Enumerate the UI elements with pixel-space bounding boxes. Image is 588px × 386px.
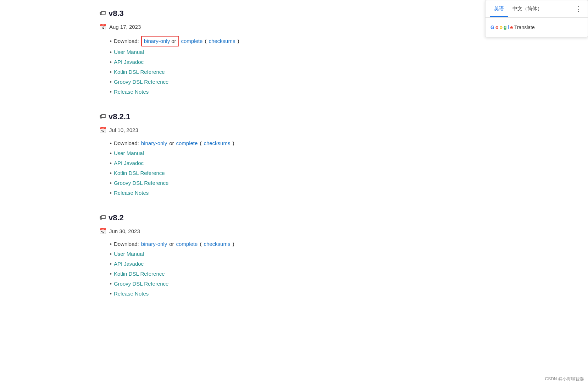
version-heading-v8-2-1: 🏷 v8.2.1 [99,110,351,123]
binary-only-link-v8-2[interactable]: binary-only [141,240,167,248]
groovy-dsl-link-v8-3[interactable]: Groovy DSL Reference [114,78,169,86]
date-row-v8-2-1: 📅 Jul 10, 2023 [99,126,351,135]
groovy-dsl-item-v8-2: • Groovy DSL Reference [110,280,351,288]
translate-tabs: 英语 中文（简体） ⋮ [486,0,588,18]
date-row-v8-2: 📅 Jun 30, 2023 [99,227,351,236]
complete-link-v8-2[interactable]: complete [176,240,198,248]
download-label-v8-2: Download: [114,240,139,248]
bullet: • [110,280,112,288]
calendar-icon-v8-2: 📅 [99,227,106,236]
complete-link-v8-2-1[interactable]: complete [176,139,198,148]
tab-english[interactable]: 英语 [490,1,508,17]
translate-label: Translate [514,24,535,30]
user-manual-item-v8-2: • User Manual [110,250,351,258]
version-section-v8-2-1: 🏷 v8.2.1 📅 Jul 10, 2023 • Download: bina… [99,110,351,197]
paren-open-v8-2-1: ( [200,139,201,148]
download-item-v8-2: • Download: binary-only or complete (che… [110,240,351,248]
bullet: • [110,68,112,76]
bullet: • [110,260,112,268]
api-javadoc-item-v8-2: • API Javadoc [110,260,351,268]
release-notes-link-v8-2-1[interactable]: Release Notes [114,189,149,197]
paren-close-v8-2-1: ) [232,139,234,148]
binary-only-link-v8-2-1[interactable]: binary-only [141,139,167,148]
bullet: • [110,37,112,45]
tab-chinese[interactable]: 中文（简体） [508,1,547,17]
api-javadoc-link-v8-3[interactable]: API Javadoc [114,58,144,66]
date-v8-3: Aug 17, 2023 [109,23,141,31]
download-label-v8-2-1: Download: [114,139,139,148]
release-notes-link-v8-3[interactable]: Release Notes [114,88,149,96]
user-manual-link-v8-2[interactable]: User Manual [114,250,144,258]
paren-close-v8-3: ) [237,37,239,45]
download-item-v8-3: • Download: binary-only or complete (che… [110,36,351,46]
checksums-link-v8-2-1[interactable]: checksums [204,139,230,148]
checksums-link-v8-2[interactable]: checksums [204,240,230,248]
api-javadoc-link-v8-2[interactable]: API Javadoc [114,260,144,268]
watermark: CSDN @小海聊智选 [545,376,584,382]
user-manual-item-v8-2-1: • User Manual [110,149,351,158]
bullet: • [110,240,112,248]
highlight-box-v8-3: binary-only or [141,36,179,46]
version-label-v8-3: v8.3 [109,7,124,20]
version-section-v8-2: 🏷 v8.2 📅 Jun 30, 2023 • Download: binary… [99,211,351,298]
bullet: • [110,159,112,167]
or-text-v8-3: or [171,37,176,45]
release-notes-link-v8-2[interactable]: Release Notes [114,290,149,298]
version-label-v8-2: v8.2 [109,211,124,224]
paren-open-v8-3: ( [205,37,206,45]
version-heading-v8-2: 🏷 v8.2 [99,211,351,224]
bullet: • [110,139,112,147]
download-item-v8-2-1: • Download: binary-only or complete (che… [110,139,351,148]
bullet: • [110,78,112,86]
date-v8-2: Jun 30, 2023 [109,227,140,236]
bullet: • [110,149,112,157]
bullet: • [110,179,112,187]
kotlin-dsl-link-v8-2-1[interactable]: Kotlin DSL Reference [114,169,165,177]
download-label-v8-3: Download: [114,37,139,45]
kotlin-dsl-item-v8-2: • Kotlin DSL Reference [110,270,351,278]
bullet: • [110,88,112,96]
api-javadoc-item-v8-2-1: • API Javadoc [110,159,351,167]
date-v8-2-1: Jul 10, 2023 [109,126,138,134]
kotlin-dsl-item-v8-2-1: • Kotlin DSL Reference [110,169,351,177]
bullet: • [110,189,112,197]
api-javadoc-item-v8-3: • API Javadoc [110,58,351,66]
version-label-v8-2-1: v8.2.1 [109,110,130,123]
checksums-link-v8-3[interactable]: checksums [209,37,235,45]
groovy-dsl-link-v8-2-1[interactable]: Groovy DSL Reference [114,179,169,187]
bullet: • [110,48,112,56]
calendar-icon-v8-2-1: 📅 [99,126,106,135]
user-manual-link-v8-2-1[interactable]: User Manual [114,149,144,158]
more-options-icon[interactable]: ⋮ [573,0,583,17]
release-notes-item-v8-3: • Release Notes [110,88,351,96]
items-list-v8-3: • Download: binary-only or complete (che… [99,36,351,96]
user-manual-link-v8-3[interactable]: User Manual [114,48,144,56]
kotlin-dsl-link-v8-2[interactable]: Kotlin DSL Reference [114,270,165,278]
google-logo: Google [490,23,513,31]
version-heading-v8-3: 🏷 v8.3 [99,7,351,20]
bullet: • [110,58,112,66]
kotlin-dsl-link-v8-3[interactable]: Kotlin DSL Reference [114,68,165,76]
release-notes-item-v8-2: • Release Notes [110,290,351,298]
items-list-v8-2: • Download: binary-only or complete (che… [99,240,351,298]
bullet: • [110,290,112,298]
paren-close-v8-2: ) [232,240,234,248]
tag-icon-v8-3: 🏷 [99,8,106,18]
groovy-dsl-link-v8-2[interactable]: Groovy DSL Reference [114,280,169,288]
kotlin-dsl-item-v8-3: • Kotlin DSL Reference [110,68,351,76]
complete-link-v8-3[interactable]: complete [181,37,203,45]
bullet: • [110,270,112,278]
bullet: • [110,169,112,177]
translate-body: Google Translate [486,18,588,37]
groovy-dsl-item-v8-2-1: • Groovy DSL Reference [110,179,351,187]
paren-open-v8-2: ( [200,240,201,248]
calendar-icon-v8-3: 📅 [99,22,106,32]
binary-only-link-v8-3[interactable]: binary-only [144,37,170,45]
release-notes-item-v8-2-1: • Release Notes [110,189,351,197]
user-manual-item-v8-3: • User Manual [110,48,351,56]
translate-panel: 英语 中文（简体） ⋮ Google Translate [485,0,588,37]
groovy-dsl-item-v8-3: • Groovy DSL Reference [110,78,351,86]
items-list-v8-2-1: • Download: binary-only or complete (che… [99,139,351,197]
api-javadoc-link-v8-2-1[interactable]: API Javadoc [114,159,144,167]
tag-icon-v8-2-1: 🏷 [99,111,106,122]
